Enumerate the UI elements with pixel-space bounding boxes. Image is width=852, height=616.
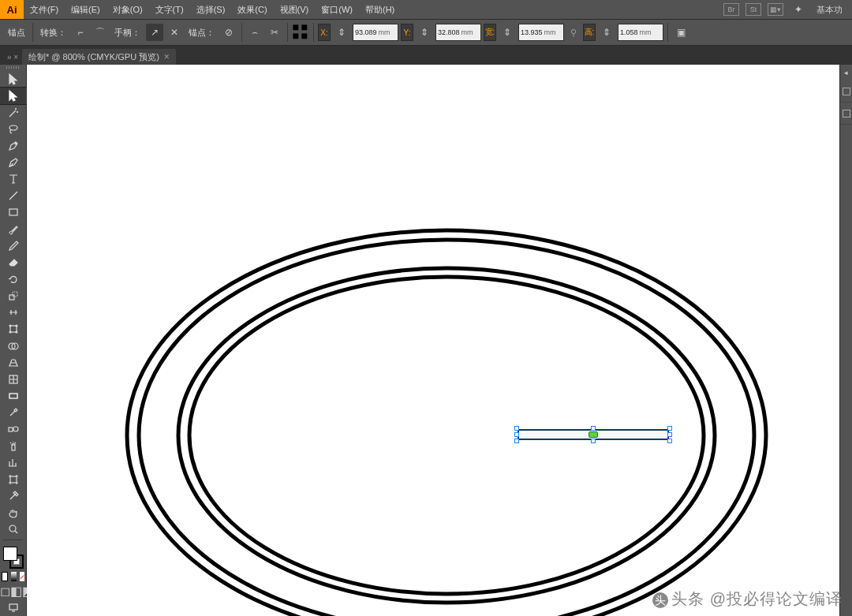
y-label: Y: [401,24,413,41]
selection-tool[interactable] [0,71,27,88]
canvas[interactable] [27,65,839,616]
artboard-tool[interactable] [0,471,27,487]
shape-builder-tool[interactable] [0,338,27,354]
gpu-icon[interactable]: ✦ [790,1,807,18]
width-tool[interactable] [0,304,27,321]
menu-window[interactable]: 窗口(W) [315,4,359,16]
close-tab-icon[interactable]: × [164,51,170,62]
curvature-tool[interactable] [0,154,27,170]
isolate-icon[interactable]: ▣ [672,24,689,41]
convert-corner-icon[interactable]: ⌐ [72,24,89,41]
handle-b[interactable] [591,439,596,443]
column-graph-tool[interactable] [0,454,27,471]
type-tool[interactable] [0,171,27,188]
rectangle-tool[interactable] [0,204,27,221]
align-grid-icon[interactable] [292,24,309,41]
handle-tr[interactable] [667,426,672,431]
anchor-point-label: 锚点 [5,27,28,39]
screen-mode-icon[interactable] [0,599,27,616]
symbol-sprayer-tool[interactable] [0,438,27,454]
svg-rect-17 [9,394,17,398]
mesh-tool[interactable] [0,371,27,387]
remove-anchor-icon[interactable]: ⊘ [220,24,237,41]
fill-stroke-swatch[interactable] [0,545,27,571]
color-mode-icon[interactable] [2,572,8,581]
link-wh-icon[interactable]: ⚲ [566,24,581,41]
magic-wand-tool[interactable] [0,104,27,121]
zoom-tool[interactable] [0,521,27,537]
watermark-icon: 头 [652,592,668,608]
svg-point-19 [13,427,18,431]
cut-path-icon[interactable]: ✂ [266,24,283,41]
svg-rect-8 [13,292,17,297]
x-input[interactable]: 93.089mm [353,24,398,41]
document-tab[interactable]: 绘制* @ 800% (CMYK/GPU 预览) × [22,49,176,65]
w-input[interactable]: 13.935mm [518,24,564,41]
dock-panel-1[interactable] [840,80,852,103]
gradient-mode-icon[interactable] [11,572,16,581]
y-stepper[interactable]: ⇕ [416,24,433,41]
svg-rect-6 [9,209,17,215]
convert-smooth-icon[interactable]: ⌒ [92,24,109,41]
paintbrush-tool[interactable] [0,221,27,237]
handle-l[interactable] [514,432,519,437]
rotate-tool[interactable] [0,271,27,287]
lasso-tool[interactable] [0,121,27,137]
handle-tl[interactable] [514,426,519,431]
menu-bar: Ai 文件(F) 编辑(E) 对象(O) 文字(T) 选择(S) 效果(C) 视… [0,0,852,19]
line-tool[interactable] [0,188,27,204]
toolbar-grip[interactable] [0,65,26,71]
hand-tool[interactable] [0,504,27,521]
handle-bl[interactable] [514,439,519,443]
handle-br[interactable] [667,439,672,443]
svg-rect-21 [10,476,17,483]
scale-tool[interactable] [0,288,27,304]
svg-point-5 [15,143,17,144]
eraser-tool[interactable] [0,254,27,271]
handle-t[interactable] [591,426,596,431]
tab-cycle-icon[interactable]: » × [3,49,22,65]
eyedropper-tool[interactable] [0,405,27,421]
draw-normal-icon[interactable]: ◻ [0,583,10,599]
arrange-icon[interactable]: ▦▾ [768,3,783,16]
hide-handle-icon[interactable]: ✕ [166,24,183,41]
dock-panel-2[interactable] [840,103,852,125]
workspace-switcher[interactable]: 基本功 [813,4,846,16]
h-stepper[interactable]: ⇕ [598,24,615,41]
h-input[interactable]: 1.058mm [618,24,663,41]
none-mode-icon[interactable] [20,572,24,581]
w-label: 宽: [484,24,496,41]
selected-object[interactable] [518,429,669,440]
pencil-tool[interactable] [0,237,27,254]
app-logo: Ai [0,0,24,19]
menu-object[interactable]: 对象(O) [106,4,149,16]
fill-swatch[interactable] [3,547,17,561]
menu-view[interactable]: 视图(V) [274,4,316,16]
stock-icon[interactable]: St [746,3,761,16]
connect-path-icon[interactable]: ⌢ [246,24,263,41]
selection-center-icon[interactable] [589,431,598,438]
menu-file[interactable]: 文件(F) [24,4,65,16]
bridge-icon[interactable]: Br [723,3,739,16]
show-handle-icon[interactable]: ↗ [146,24,163,41]
handle-r[interactable] [667,432,672,437]
menu-effect[interactable]: 效果(C) [231,4,273,16]
svg-rect-2 [293,33,298,39]
x-stepper[interactable]: ⇕ [333,24,350,41]
direct-selection-tool[interactable] [0,88,27,104]
draw-behind-icon[interactable]: ◧ [10,583,22,599]
menu-type[interactable]: 文字(T) [149,4,190,16]
blend-tool[interactable] [0,421,27,438]
menu-select[interactable]: 选择(S) [190,4,232,16]
perspective-grid-tool[interactable] [0,354,27,371]
w-stepper[interactable]: ⇕ [499,24,516,41]
slice-tool[interactable] [0,487,27,504]
gradient-tool[interactable] [0,387,27,404]
y-input[interactable]: 32.808mm [435,24,481,41]
right-panel-dock[interactable] [839,65,852,616]
menu-edit[interactable]: 编辑(E) [65,4,106,16]
dock-expand-icon[interactable] [840,65,852,80]
menu-help[interactable]: 帮助(H) [359,4,401,16]
free-transform-tool[interactable] [0,321,27,338]
pen-tool[interactable] [0,137,27,154]
